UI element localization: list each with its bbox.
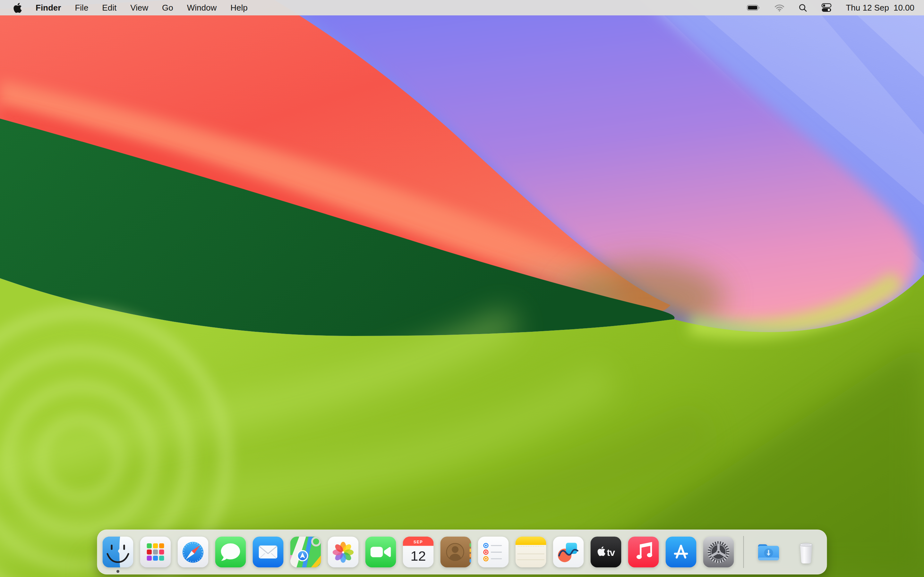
menu-file[interactable]: File	[75, 3, 88, 13]
wifi-icon[interactable]	[774, 4, 784, 11]
dock-item-messages[interactable]	[215, 537, 246, 567]
apple-logo-icon[interactable]	[13, 3, 22, 13]
dock: SEP 12	[97, 530, 827, 574]
finder-icon	[103, 537, 134, 567]
clock-time: 10.00	[893, 3, 914, 13]
trash-icon	[791, 537, 822, 567]
notes-icon	[515, 537, 546, 567]
dock-item-contacts[interactable]	[441, 537, 471, 567]
mail-icon	[253, 537, 284, 567]
dock-item-freeform[interactable]	[553, 537, 584, 567]
dock-item-trash[interactable]	[791, 537, 822, 567]
maps-icon	[290, 537, 321, 567]
dock-item-launchpad[interactable]	[140, 537, 171, 567]
calendar-month-label: SEP	[414, 540, 423, 544]
dock-item-maps[interactable]	[290, 537, 321, 567]
dock-item-system-settings[interactable]	[703, 537, 734, 567]
menu-bar-clock[interactable]: Thu 12 Sep 10.00	[846, 3, 914, 13]
dock-item-calendar[interactable]: SEP 12	[403, 537, 434, 567]
dock-divider	[743, 536, 744, 568]
tv-icon: tv	[591, 537, 622, 567]
dock-item-app-store[interactable]	[666, 537, 696, 567]
launchpad-icon	[140, 537, 171, 567]
dock-item-music[interactable]	[628, 537, 659, 567]
dock-item-tv[interactable]: tv	[591, 537, 622, 567]
safari-icon	[178, 537, 208, 567]
spotlight-search-icon[interactable]	[798, 3, 807, 12]
dock-item-facetime[interactable]	[365, 537, 396, 567]
dock-item-photos[interactable]	[328, 537, 359, 567]
messages-icon	[215, 537, 246, 567]
tv-label: tv	[607, 547, 615, 558]
music-icon	[628, 537, 659, 567]
dock-item-reminders[interactable]	[478, 537, 509, 567]
calendar-icon: SEP 12	[403, 537, 434, 567]
menu-window[interactable]: Window	[187, 3, 216, 13]
running-indicator	[116, 570, 120, 573]
menu-bar: Finder File Edit View Go Window Help	[0, 0, 924, 15]
menu-bar-status: Thu 12 Sep 10.00	[747, 3, 914, 13]
control-center-icon[interactable]	[821, 3, 832, 13]
desktop: Finder File Edit View Go Window Help	[0, 0, 924, 577]
menu-edit[interactable]: Edit	[102, 3, 116, 13]
active-app-name[interactable]: Finder	[36, 3, 61, 13]
dock-item-safari[interactable]	[178, 537, 208, 567]
menu-bar-left: Finder File Edit View Go Window Help	[13, 3, 248, 13]
system-settings-icon	[703, 537, 734, 567]
wallpaper-sonoma	[0, 0, 924, 577]
dock-item-mail[interactable]	[253, 537, 284, 567]
battery-icon[interactable]	[747, 4, 760, 11]
dock-item-notes[interactable]	[515, 537, 546, 567]
dock-item-finder[interactable]	[103, 537, 134, 567]
downloads-folder-icon	[753, 537, 784, 567]
photos-icon	[328, 537, 359, 567]
calendar-day-label: 12	[410, 548, 426, 564]
menu-help[interactable]: Help	[230, 3, 247, 13]
contacts-icon	[441, 537, 471, 567]
dock-item-downloads[interactable]	[753, 537, 784, 567]
clock-date: Thu 12 Sep	[846, 3, 889, 13]
facetime-icon	[365, 537, 396, 567]
freeform-icon	[553, 537, 584, 567]
app-store-icon	[666, 537, 696, 567]
menu-view[interactable]: View	[130, 3, 148, 13]
menu-go[interactable]: Go	[162, 3, 173, 13]
reminders-icon	[478, 537, 509, 567]
